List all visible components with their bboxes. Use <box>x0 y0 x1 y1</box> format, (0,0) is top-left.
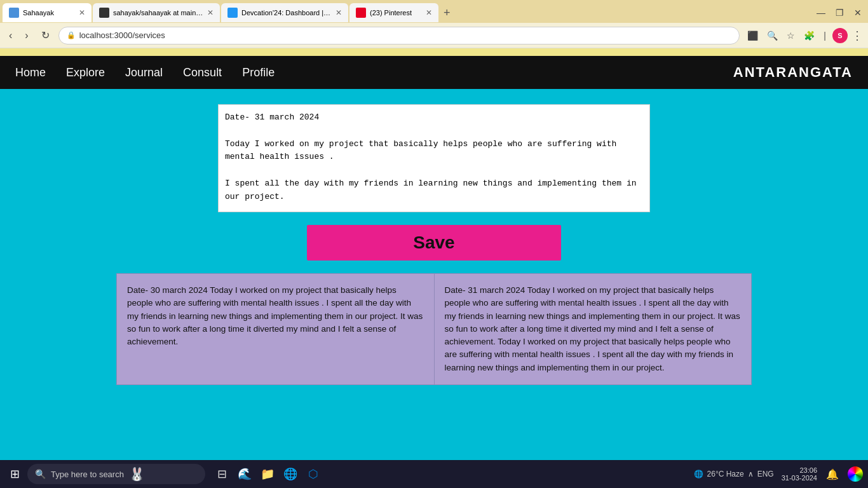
tab-close-github[interactable]: ✕ <box>207 8 214 17</box>
tab-favicon-devcation <box>227 8 238 18</box>
minimize-button[interactable]: — <box>813 5 829 20</box>
clock-time: 23:06 <box>799 466 817 474</box>
edge-icon[interactable]: 🌊 <box>236 465 254 483</box>
nav-journal[interactable]: Journal <box>125 66 163 79</box>
tab-title-github: sahayak/sahaayak at main · Sh… <box>113 9 203 17</box>
refresh-button[interactable]: ↻ <box>37 27 53 44</box>
language-text: ENG <box>757 470 774 478</box>
entries-grid: Date- 30 march 2024 Today I worked on my… <box>116 273 752 385</box>
tab-close-pinterest[interactable]: ✕ <box>426 8 432 17</box>
tab-favicon-sahaayak <box>9 8 19 18</box>
tab-bar: Sahaayak ✕ sahayak/sahaayak at main · Sh… <box>0 0 868 23</box>
nav-bar: ‹ › ↻ 🔒 localhost:3000/services ⬛ 🔍 ☆ 🧩 … <box>0 23 868 48</box>
nav-home[interactable]: Home <box>15 66 46 79</box>
start-button[interactable]: ⊞ <box>5 464 25 484</box>
nav-consult[interactable]: Consult <box>183 66 222 79</box>
new-tab-button[interactable]: + <box>440 6 454 20</box>
browser-chrome: Sahaayak ✕ sahayak/sahaayak at main · Sh… <box>0 0 868 56</box>
browser-menu-button[interactable]: ⋮ <box>851 29 863 43</box>
back-button[interactable]: ‹ <box>5 27 16 44</box>
weather-text: 26°C Haze <box>707 470 744 478</box>
tab-favicon-github <box>99 8 109 18</box>
save-button[interactable]: Save <box>307 225 561 261</box>
lock-icon: 🔒 <box>67 31 76 39</box>
tab-title-sahaayak: Sahaayak <box>23 9 75 17</box>
app-brand: ANTARANGATA <box>733 64 853 81</box>
address-bar[interactable]: 🔒 localhost:3000/services <box>58 27 740 44</box>
chrome-icon[interactable]: 🌐 <box>281 465 299 483</box>
cast-button[interactable]: ⬛ <box>745 29 761 42</box>
file-explorer-icon[interactable]: 📁 <box>259 465 276 483</box>
tab-title-devcation: Devcation'24: Dashboard | Dev… <box>241 9 332 17</box>
taskbar-clock[interactable]: 23:06 31-03-2024 <box>782 466 817 482</box>
browser-profile-avatar[interactable]: S <box>832 28 848 43</box>
color-wheel-button[interactable] <box>848 466 863 482</box>
taskbar-bunny-icon: 🐰 <box>129 466 145 482</box>
clock-date: 31-03-2024 <box>782 474 817 482</box>
journal-textarea[interactable]: Date- 31 march 2024 Today I worked on my… <box>218 104 650 212</box>
taskbar-search[interactable]: 🔍 Type here to search 🐰 <box>27 464 205 484</box>
zoom-button[interactable]: 🔍 <box>764 29 780 42</box>
address-text: localhost:3000/services <box>79 30 732 40</box>
app-nav-links: Home Explore Journal Consult Profile <box>15 66 733 79</box>
network-icon: 🌐 <box>694 470 703 478</box>
vscode-icon[interactable]: ⬡ <box>304 465 322 483</box>
maximize-button[interactable]: ❐ <box>832 5 848 20</box>
tab-close-devcation[interactable]: ✕ <box>336 8 342 17</box>
notification-button[interactable]: 🔔 <box>825 466 840 482</box>
nav-actions: ⬛ 🔍 ☆ 🧩 | S ⋮ <box>745 28 863 43</box>
nav-profile[interactable]: Profile <box>242 66 275 79</box>
bookmark-button[interactable]: ☆ <box>784 29 797 42</box>
app-navbar: Home Explore Journal Consult Profile ANT… <box>0 56 868 89</box>
taskbar: ⊞ 🔍 Type here to search 🐰 ⊟ 🌊 📁 🌐 ⬡ 🌐 26… <box>0 460 868 488</box>
task-view-button[interactable]: ⊟ <box>213 465 231 483</box>
taskbar-right: 🌐 26°C Haze ∧ ENG 23:06 31-03-2024 🔔 <box>694 466 863 482</box>
show-hidden-icon[interactable]: ∧ <box>748 470 754 478</box>
close-button[interactable]: ✕ <box>850 5 865 20</box>
nav-explore[interactable]: Explore <box>66 66 105 79</box>
tab-sahaayak[interactable]: Sahaayak ✕ <box>3 3 92 22</box>
tab-pinterest[interactable]: (23) Pinterest ✕ <box>349 3 438 22</box>
entry-card-march-30: Date- 30 march 2024 Today I worked on my… <box>116 273 434 385</box>
entry-text-march-31: Date- 31 march 2024 Today I worked on my… <box>445 285 740 372</box>
taskbar-sys-icons: 🌐 26°C Haze ∧ ENG <box>694 470 774 478</box>
entry-card-march-31: Date- 31 march 2024 Today I worked on my… <box>434 273 752 385</box>
extension-button[interactable]: 🧩 <box>801 29 817 42</box>
search-icon: 🔍 <box>35 469 46 479</box>
tab-github[interactable]: sahayak/sahaayak at main · Sh… ✕ <box>93 3 220 22</box>
tab-title-pinterest: (23) Pinterest <box>370 9 422 17</box>
profile-divider: | <box>821 29 829 42</box>
tab-favicon-pinterest <box>356 8 366 18</box>
tab-close-sahaayak[interactable]: ✕ <box>79 8 85 17</box>
taskbar-app-icons: ⊟ 🌊 📁 🌐 ⬡ <box>208 465 327 483</box>
main-content: Date- 31 march 2024 Today I worked on my… <box>0 89 868 400</box>
tab-devcation[interactable]: Devcation'24: Dashboard | Dev… ✕ <box>221 3 348 22</box>
search-text: Type here to search <box>51 470 124 479</box>
entry-text-march-30: Date- 30 march 2024 Today I worked on my… <box>127 285 423 346</box>
forward-button[interactable]: › <box>21 27 32 44</box>
